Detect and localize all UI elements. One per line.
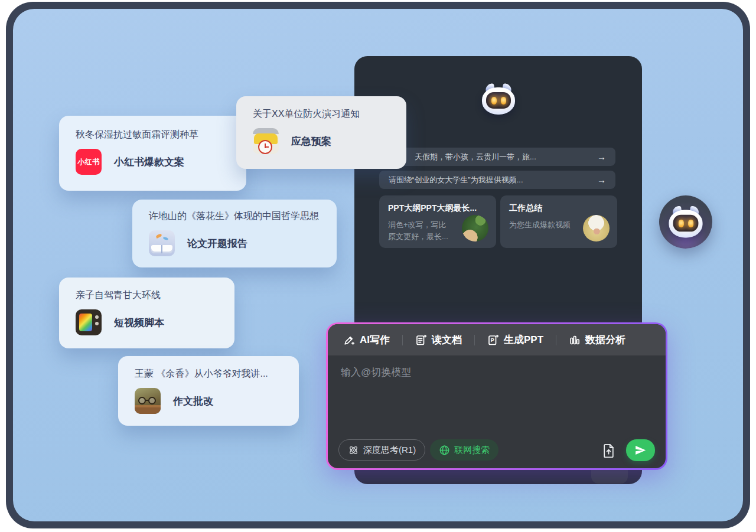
quick-card-emergency-plan[interactable]: 关于XX单位防火演习通知 应急预案	[236, 96, 406, 169]
composer-tab-bar: AI写作 读文档 P 生成PPT	[328, 324, 666, 355]
tab-generate-ppt[interactable]: P 生成PPT	[487, 333, 543, 347]
fire-drill-clock-icon	[253, 128, 279, 154]
tab-divider	[474, 335, 475, 345]
upload-file-icon	[601, 442, 617, 458]
quick-card-title: 关于XX单位防火演习通知	[253, 108, 390, 120]
web-search-toggle[interactable]: 联网搜索	[430, 439, 498, 461]
arrow-right-icon: →	[597, 175, 606, 185]
prompt-card-title: PPT大纲PPT大纲最长...	[388, 203, 487, 214]
quick-card-title: 秋冬保湿抗过敏面霜评测种草	[76, 129, 230, 141]
upload-file-button[interactable]	[599, 440, 618, 459]
glasses-on-book-icon	[135, 388, 161, 414]
quick-card-title: 许地山的《落花生》体现的中国哲学思想	[149, 210, 320, 223]
svg-text:P: P	[491, 337, 494, 343]
prompt-card-ppt-outline[interactable]: PPT大纲PPT大纲最长... 润色+改写，写比 原文更好，最长...	[379, 195, 496, 248]
tab-label: 生成PPT	[504, 333, 543, 347]
pen-sparkle-icon	[343, 334, 355, 346]
quick-card-title: 亲子自驾青甘大环线	[76, 289, 218, 302]
prompt-input[interactable]	[328, 355, 666, 432]
plant-person-avatar	[462, 215, 488, 241]
prompt-card-title: 工作总结	[509, 203, 608, 214]
xiaohongshu-logo-icon: 小红书	[76, 149, 102, 175]
send-plane-icon	[634, 444, 647, 456]
quick-card-title: 王蒙 《余香》从小爷爷对我讲...	[135, 368, 282, 380]
assistant-launcher-badge[interactable]	[659, 195, 712, 249]
retro-tv-icon	[76, 309, 102, 335]
doc-sparkle-icon	[415, 334, 427, 346]
tab-divider	[556, 335, 556, 345]
quick-card-essay-review[interactable]: 王蒙 《余香》从小爷爷对我讲... 作文批改	[118, 356, 299, 426]
baby-hat-avatar	[583, 215, 610, 241]
globe-icon	[439, 445, 450, 456]
tab-divider	[402, 335, 403, 345]
quick-card-xiaohongshu[interactable]: 秋冬保湿抗过敏面霜评测种草 小红书 小红书爆款文案	[59, 116, 246, 191]
quick-card-label: 论文开题报告	[187, 237, 247, 250]
app-window: 美好的一天开始啦！！！ 天假期，带小孩，云贵川一带，旅... → 请围绕“创业的…	[0, 0, 756, 532]
quick-card-short-video-script[interactable]: 亲子自驾青甘大环线 短视频脚本	[59, 278, 234, 348]
deep-think-toggle[interactable]: 深度思考(R1)	[338, 439, 425, 461]
bar-chart-icon	[569, 334, 581, 346]
open-book-icon	[149, 230, 175, 256]
quick-card-label: 小红书爆款文案	[114, 155, 184, 169]
web-search-label: 联网搜索	[454, 445, 490, 456]
robot-mascot-icon	[669, 206, 702, 237]
prompt-card-work-summary[interactable]: 工作总结 为您生成爆款视频	[500, 195, 617, 248]
suggestion-text: 天假期，带小孩，云贵川一带，旅...	[415, 152, 591, 162]
quick-card-label: 应急预案	[291, 135, 331, 148]
arrow-right-icon: →	[597, 152, 606, 162]
composer-footer: 深度思考(R1) 联网搜索	[328, 432, 666, 468]
tab-label: AI写作	[360, 333, 390, 347]
quick-card-label: 短视频脚本	[114, 316, 164, 329]
suggestion-row[interactable]: 天假期，带小孩，云贵川一带，旅... →	[379, 148, 615, 166]
quick-card-thesis-proposal[interactable]: 许地山的《落花生》体现的中国哲学思想 论文开题报告	[132, 200, 337, 267]
atom-icon	[348, 445, 359, 456]
suggestion-row[interactable]: 请围绕“创业的女大学生”为我提供视频... →	[379, 171, 615, 189]
deep-think-label: 深度思考(R1)	[363, 445, 416, 456]
tab-label: 数据分析	[585, 333, 625, 347]
tab-ai-writing[interactable]: AI写作	[343, 333, 390, 347]
send-button[interactable]	[626, 439, 655, 461]
composer-panel: AI写作 读文档 P 生成PPT	[326, 322, 667, 470]
suggestion-text: 请围绕“创业的女大学生”为我提供视频...	[389, 175, 591, 185]
tab-label: 读文档	[432, 333, 462, 347]
ppt-doc-icon: P	[487, 334, 499, 346]
quick-card-label: 作文批改	[173, 394, 213, 408]
robot-mascot-icon	[482, 84, 515, 115]
tab-read-doc[interactable]: 读文档	[415, 333, 462, 347]
tab-data-analysis[interactable]: 数据分析	[569, 333, 625, 347]
